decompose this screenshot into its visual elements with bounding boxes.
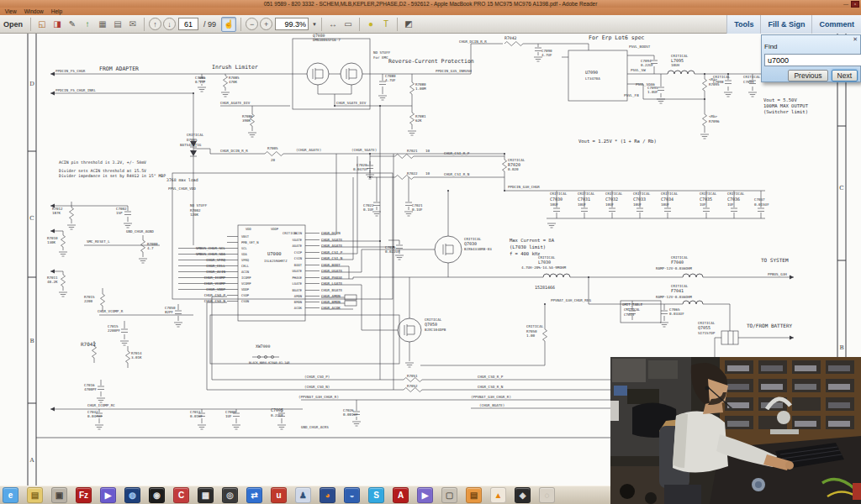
schematic-wire <box>277 425 286 429</box>
schematic-label: SI7157DP <box>698 331 716 335</box>
schematic-label: Max Current = 8A <box>510 238 555 243</box>
menu-view[interactable]: View <box>5 8 17 14</box>
zoom-level-input[interactable] <box>275 18 309 30</box>
schematic-label: TO SYSTEM <box>761 257 789 263</box>
convert-icon[interactable]: ◨ <box>50 18 64 31</box>
schematic-label: 3768 max load <box>166 178 198 182</box>
page-total-label: / 99 <box>203 20 216 29</box>
schematic-label: CHGR_CSO_P <box>204 293 226 297</box>
net-arrow <box>50 407 55 412</box>
schematic-label: 3.01K <box>131 355 142 360</box>
schematic-label: C7034 <box>661 197 673 202</box>
zoom-dropdown-icon[interactable]: ▼ <box>312 22 317 27</box>
schematic-label: 1UF <box>700 202 706 207</box>
mosfet-symbol <box>307 63 329 85</box>
user-account-app-icon[interactable]: ♟ <box>295 487 311 503</box>
schematic-label: SDA <box>241 252 248 256</box>
find-close-icon[interactable]: ✕ <box>853 36 858 43</box>
schematic-label: C7037 <box>754 197 765 202</box>
schematic-label: CHGR_DCIN_R_R <box>220 149 248 153</box>
media-player-purple-icon[interactable]: ▶ <box>100 487 116 503</box>
panel-button-comment[interactable]: Comment <box>811 15 861 34</box>
title-bar[interactable]: 051 9589 - 820 3332 - SCHEM,MLB,KEPLER,2… <box>0 0 861 8</box>
obs-studio-icon[interactable]: ◉ <box>149 487 165 503</box>
fullscreen-icon[interactable]: ◩ <box>402 18 415 31</box>
sync-app-icon[interactable]: ⇄ <box>246 487 262 503</box>
schematic-label: (CHGR_SGATE) <box>351 148 377 152</box>
previous-page-icon[interactable]: ↑ <box>149 18 161 30</box>
schematic-wire <box>664 208 671 212</box>
email-icon[interactable]: ✉ <box>126 18 140 31</box>
schematic-label: R7051 <box>407 374 418 378</box>
utility-gray-icon[interactable]: ▢ <box>441 487 457 503</box>
fit-page-icon[interactable]: ▭ <box>341 18 355 31</box>
schematic-label: CRITICAL <box>727 192 745 196</box>
schematic-wire <box>731 208 737 212</box>
hand-tool-icon[interactable]: ☝ <box>221 17 236 32</box>
schematic-label: PHASE <box>293 276 303 280</box>
schematic-label: CHGR_VCOMP_R <box>98 309 124 313</box>
schematic-label: Q7030 <box>464 241 477 246</box>
browser-globe-icon[interactable]: ◍ <box>124 487 140 503</box>
schematic-label: PPDCIN_G3H_CHGR <box>508 185 540 189</box>
print-icon[interactable]: ▤ <box>111 18 124 31</box>
ccleaner-icon[interactable]: C <box>173 487 189 503</box>
save-icon[interactable]: ▦ <box>96 18 109 31</box>
vlc-icon[interactable]: ▲ <box>490 487 506 503</box>
page-number-input[interactable] <box>178 18 198 30</box>
schematic-label: Divider sets ACIN threshold at 15.5V <box>59 169 146 173</box>
schematic-label: 40.2K <box>47 280 58 284</box>
schematic-label: R7022 <box>407 171 418 176</box>
zoom-in-icon[interactable]: + <box>260 18 272 30</box>
adobe-reader-icon[interactable]: A <box>393 487 409 503</box>
schematic-wire <box>395 255 404 260</box>
thunderbird-icon[interactable]: ◒ <box>344 487 360 503</box>
fit-width-icon[interactable]: ↔ <box>326 18 340 31</box>
schematic-label: PPDCIN_F5_CHGR <box>55 69 86 73</box>
video-capture-app-icon[interactable]: ▦ <box>198 487 214 503</box>
export-pdf-icon[interactable]: ◱ <box>35 18 49 31</box>
open-button[interactable]: Open <box>3 20 23 29</box>
skype-icon[interactable]: S <box>368 487 384 503</box>
utorrent-icon[interactable]: u <box>271 487 287 503</box>
schematic-wire <box>67 225 76 229</box>
junction-dot <box>447 190 449 192</box>
folder-orange-icon[interactable]: ▤ <box>466 487 482 503</box>
find-previous-button[interactable]: Previous <box>788 70 827 81</box>
menu-help[interactable]: Help <box>51 8 62 14</box>
media-player-purple-2-icon[interactable]: ▶ <box>417 487 433 503</box>
send-file-icon[interactable]: ↑ <box>81 18 94 31</box>
firefox-icon[interactable]: ◕ <box>320 487 335 503</box>
find-search-input[interactable] <box>764 54 861 66</box>
schematic-wire <box>198 425 206 429</box>
close-icon[interactable]: x <box>851 1 859 8</box>
minimize-icon[interactable]: — <box>843 2 848 7</box>
schematic-label: CRITICAL <box>187 133 204 137</box>
filezilla-icon[interactable]: Fz <box>76 487 92 503</box>
panel-button-tools[interactable]: Tools <box>726 15 760 34</box>
inactive-app-icon[interactable]: ◌ <box>539 487 555 503</box>
schematic-label: R7021 <box>407 149 418 153</box>
menu-window[interactable]: Window <box>24 8 44 14</box>
folder-yellow-app-icon[interactable]: ▤ <box>27 487 43 503</box>
schematic-label: LT3470A <box>585 76 600 81</box>
schematic-label: 20 <box>271 158 276 162</box>
zoom-out-icon[interactable]: − <box>246 18 258 30</box>
sign-icon[interactable]: ✎ <box>66 18 79 31</box>
next-page-icon[interactable]: ↓ <box>163 18 176 30</box>
comment-bubble-icon[interactable]: ● <box>364 18 378 31</box>
schematic-label: OMIT_TABLE <box>622 302 643 307</box>
panel-button-fill-sign[interactable]: Fill & Sign <box>760 15 811 34</box>
highlight-text-icon[interactable]: T <box>379 18 393 31</box>
alienware-app-icon[interactable]: ◈ <box>515 487 531 503</box>
schematic-wire <box>175 311 182 314</box>
camcorder-app-icon[interactable]: ◎ <box>222 487 238 503</box>
toolbar-file-icons: ◱◨✎↑▦▤✉ <box>35 18 140 31</box>
webcam-overlay <box>610 357 861 504</box>
schematic-wire <box>372 212 381 216</box>
schematic-label: 15P <box>116 211 123 215</box>
remote-desktop-icon[interactable]: ▣ <box>51 487 67 503</box>
internet-explorer-icon[interactable]: e <box>3 487 18 503</box>
find-next-button[interactable]: Next <box>832 70 858 81</box>
schematic-label: ACIN pin threshold is 3.2V, +/- 50mV <box>59 160 146 165</box>
